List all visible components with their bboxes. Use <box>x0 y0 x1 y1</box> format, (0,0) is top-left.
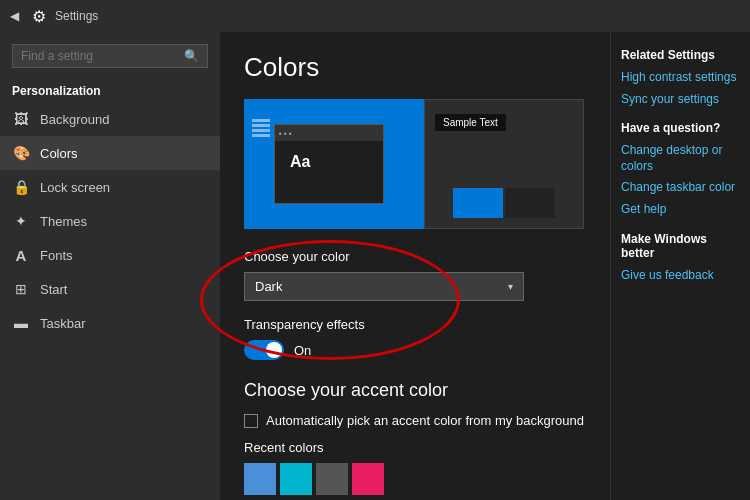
toggle-row: On <box>244 340 586 360</box>
sidebar-item-themes[interactable]: ✦ Themes <box>0 204 220 238</box>
auto-accent-row: Automatically pick an accent color from … <box>244 413 586 428</box>
search-input[interactable] <box>21 49 178 63</box>
sidebar-item-background[interactable]: 🖼 Background <box>0 102 220 136</box>
sidebar: 🔍 Personalization 🖼 Background 🎨 Colors … <box>0 32 220 500</box>
preview-dark-bg: Sample Text <box>424 99 584 229</box>
preview-blue-bg: ▪ ▪ ▪ Aa <box>244 99 444 229</box>
sidebar-item-start[interactable]: ⊞ Start <box>0 272 220 306</box>
preview-aa: Aa <box>290 153 310 171</box>
strip-2 <box>252 124 270 127</box>
auto-accent-label: Automatically pick an accent color from … <box>266 413 584 428</box>
sync-settings-link[interactable]: Sync your settings <box>621 92 740 108</box>
back-button[interactable]: ◀ <box>10 9 19 23</box>
color-preview: ▪ ▪ ▪ Aa Sample Text <box>244 99 584 229</box>
title-bar: ◀ ⚙ Settings <box>0 0 750 32</box>
themes-icon: ✦ <box>12 212 30 230</box>
change-taskbar-link[interactable]: Change taskbar color <box>621 180 740 196</box>
strip-3 <box>252 129 270 132</box>
sidebar-item-label-lock: Lock screen <box>40 180 110 195</box>
background-icon: 🖼 <box>12 110 30 128</box>
title-bar-text: Settings <box>55 9 98 23</box>
main-layout: 🔍 Personalization 🖼 Background 🎨 Colors … <box>0 32 750 500</box>
strip-1 <box>252 119 270 122</box>
preview-strips <box>252 119 270 137</box>
dropdown-arrow-icon: ▾ <box>508 281 513 292</box>
page-title: Colors <box>244 52 586 83</box>
have-question-title: Have a question? <box>621 121 740 135</box>
fonts-icon: A <box>12 246 30 264</box>
colors-icon: 🎨 <box>12 144 30 162</box>
accent-title: Choose your accent color <box>244 380 586 401</box>
feedback-link[interactable]: Give us feedback <box>621 268 740 284</box>
swatch-blue[interactable] <box>244 463 276 495</box>
high-contrast-link[interactable]: High contrast settings <box>621 70 740 86</box>
transparency-section: Transparency effects On <box>244 317 586 360</box>
search-box[interactable]: 🔍 <box>12 44 208 68</box>
transparency-toggle[interactable] <box>244 340 284 360</box>
strip-4 <box>252 134 270 137</box>
color-dropdown[interactable]: Dark ▾ <box>244 272 524 301</box>
recent-colors-label: Recent colors <box>244 440 586 455</box>
make-windows-title: Make Windows better <box>621 232 740 260</box>
change-desktop-link[interactable]: Change desktop or colors <box>621 143 740 174</box>
start-icon: ⊞ <box>12 280 30 298</box>
search-icon: 🔍 <box>184 49 199 63</box>
swatch-cyan[interactable] <box>280 463 312 495</box>
sidebar-item-colors[interactable]: 🎨 Colors <box>0 136 220 170</box>
sidebar-item-label-themes: Themes <box>40 214 87 229</box>
related-settings-title: Related Settings <box>621 48 740 62</box>
sidebar-item-taskbar[interactable]: ▬ Taskbar <box>0 306 220 340</box>
auto-accent-checkbox[interactable] <box>244 414 258 428</box>
transparency-label: Transparency effects <box>244 317 586 332</box>
content-area: Colors ▪ ▪ ▪ Aa Sample Text <box>220 32 610 500</box>
sidebar-item-label-background: Background <box>40 112 109 127</box>
toggle-text: On <box>294 343 311 358</box>
sidebar-section-header: Personalization <box>0 76 220 102</box>
taskbar-icon: ▬ <box>12 314 30 332</box>
sidebar-item-label-taskbar: Taskbar <box>40 316 86 331</box>
choose-color-label: Choose your color <box>244 249 586 264</box>
preview-sample-text: Sample Text <box>435 114 506 131</box>
sidebar-item-label-fonts: Fonts <box>40 248 73 263</box>
sidebar-item-label-colors: Colors <box>40 146 78 161</box>
sidebar-item-label-start: Start <box>40 282 67 297</box>
settings-icon: ⚙ <box>31 8 47 24</box>
sidebar-item-lock-screen[interactable]: 🔒 Lock screen <box>0 170 220 204</box>
right-panel: Related Settings High contrast settings … <box>610 32 750 500</box>
swatch-pink[interactable] <box>352 463 384 495</box>
lock-icon: 🔒 <box>12 178 30 196</box>
sidebar-item-fonts[interactable]: A Fonts <box>0 238 220 272</box>
color-dropdown-value: Dark <box>255 279 282 294</box>
choose-color-section: Choose your color Dark ▾ <box>244 249 586 301</box>
swatch-gray[interactable] <box>316 463 348 495</box>
get-help-link[interactable]: Get help <box>621 202 740 218</box>
toggle-thumb <box>266 342 282 358</box>
accent-section: Choose your accent color Automatically p… <box>244 380 586 495</box>
color-swatches <box>244 463 586 495</box>
